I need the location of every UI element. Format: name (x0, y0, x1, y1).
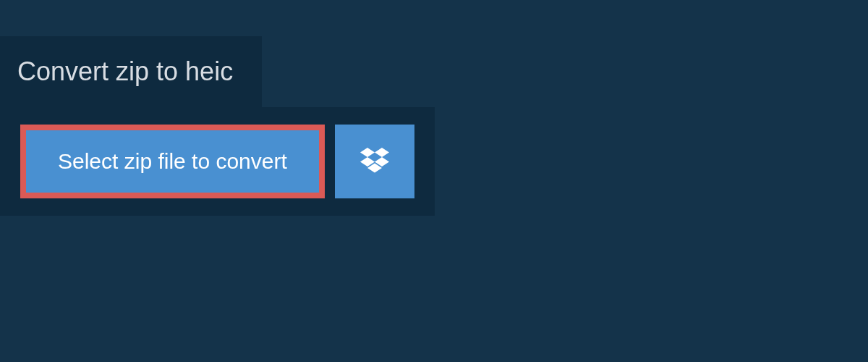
select-file-label: Select zip file to convert (58, 149, 287, 174)
page-title: Convert zip to heic (17, 56, 233, 87)
dropbox-button[interactable] (335, 125, 414, 198)
dropbox-icon (360, 148, 389, 175)
file-select-panel: Select zip file to convert (0, 107, 435, 216)
select-file-button[interactable]: Select zip file to convert (20, 125, 325, 198)
page-header-tab: Convert zip to heic (0, 36, 262, 107)
